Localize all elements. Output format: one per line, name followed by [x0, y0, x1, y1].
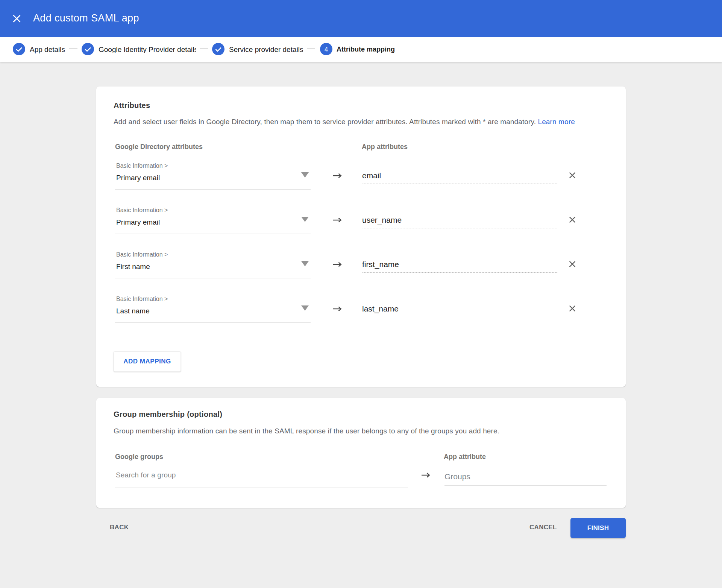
- svg-text:4: 4: [325, 46, 328, 53]
